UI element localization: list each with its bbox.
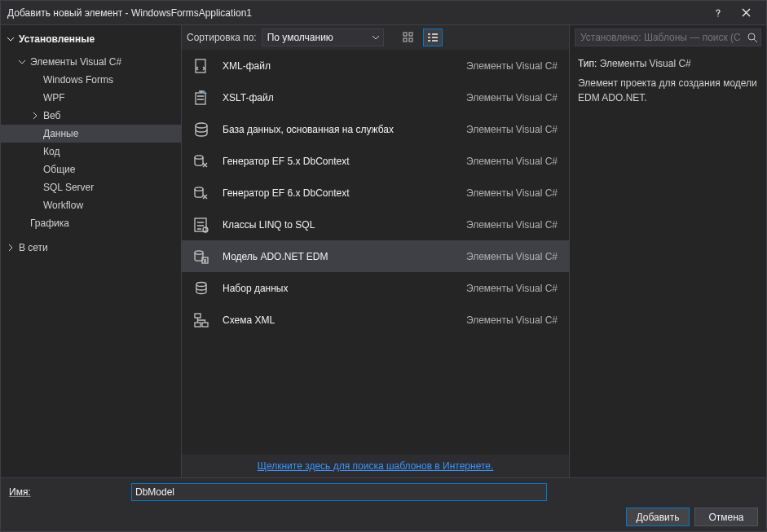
tree-online[interactable]: В сети <box>1 239 181 257</box>
list-icon <box>427 32 439 43</box>
db-icon <box>190 118 213 141</box>
search-icon <box>747 33 758 46</box>
template-row[interactable]: Модель ADO.NET EDMЭлементы Visual C# <box>182 240 569 272</box>
window-title: Добавить новый элемент - WindowsFormsApp… <box>7 7 704 19</box>
desc-text: Элемент проекта для создания модели EDM … <box>578 76 758 105</box>
tree-label: Windows Forms <box>43 74 113 86</box>
template-row[interactable]: Генератор EF 5.x DbContextЭлементы Visua… <box>182 145 569 177</box>
svg-point-14 <box>195 187 203 190</box>
tree-visual-csharp[interactable]: Элементы Visual C# <box>1 53 181 71</box>
chevron-right-icon <box>6 243 15 253</box>
tree-graphics[interactable]: Графика <box>1 214 181 232</box>
tree-label: Графика <box>30 218 69 229</box>
svg-point-23 <box>748 33 755 40</box>
chevron-down-icon <box>17 57 27 67</box>
xslt-icon <box>190 86 213 109</box>
svg-rect-9 <box>432 40 438 42</box>
svg-rect-4 <box>428 33 430 35</box>
category-tree: Установленные Элементы Visual C# Windows… <box>1 25 182 477</box>
online-search-link-row: Щелкните здесь для поиска шаблонов в Инт… <box>182 455 569 477</box>
template-name: Генератор EF 6.x DbContext <box>223 187 466 199</box>
template-category: Элементы Visual C# <box>466 314 558 326</box>
description-panel: Тип: Элементы Visual C# Элемент проекта … <box>570 50 766 112</box>
tree-label: Элементы Visual C# <box>30 56 121 68</box>
sort-value: По умолчанию <box>267 32 333 43</box>
tree-sqlserver[interactable]: SQL Server <box>1 178 181 196</box>
template-name: XSLT-файл <box>223 92 466 103</box>
linq-icon <box>190 213 213 236</box>
svg-rect-0 <box>403 33 407 36</box>
svg-rect-3 <box>409 38 412 42</box>
desc-type-label: Тип: <box>578 58 597 69</box>
titlebar: Добавить новый элемент - WindowsFormsApp… <box>1 1 766 25</box>
dataset-icon <box>190 277 213 300</box>
svg-rect-2 <box>403 38 407 42</box>
template-list: XML-файлЭлементы Visual C#XSLT-файлЭлеме… <box>182 50 569 455</box>
name-input[interactable] <box>131 483 547 501</box>
template-row[interactable]: Генератор EF 6.x DbContextЭлементы Visua… <box>182 177 569 209</box>
desc-type-value: Элементы Visual C# <box>600 58 691 69</box>
template-row[interactable]: Схема XMLЭлементы Visual C# <box>182 304 569 336</box>
template-category: Элементы Visual C# <box>466 251 558 262</box>
template-name: База данных, основанная на службах <box>223 124 466 135</box>
tree-label: WPF <box>43 92 65 103</box>
add-button[interactable]: Добавить <box>626 508 690 526</box>
template-name: Набор данных <box>223 283 466 294</box>
name-label: Имя: <box>9 486 123 498</box>
svg-point-13 <box>195 155 203 158</box>
close-button[interactable] <box>732 2 760 24</box>
chevron-down-icon <box>372 33 380 44</box>
template-name: Классы LINQ to SQL <box>223 219 466 231</box>
svg-rect-8 <box>428 40 430 42</box>
template-name: Генератор EF 5.x DbContext <box>223 156 466 167</box>
view-small-list[interactable] <box>423 29 443 46</box>
svg-rect-1 <box>409 33 412 36</box>
svg-rect-20 <box>195 314 201 318</box>
tree-workflow[interactable]: Workflow <box>1 196 181 214</box>
edm-icon <box>190 245 213 268</box>
help-button[interactable] <box>704 2 732 24</box>
xsd-icon <box>190 309 213 332</box>
tree-windows-forms[interactable]: Windows Forms <box>1 71 181 89</box>
template-row[interactable]: Классы LINQ to SQLЭлементы Visual C# <box>182 209 569 240</box>
xml-icon <box>190 55 213 77</box>
tree-installed[interactable]: Установленные <box>1 30 181 48</box>
tree-label: SQL Server <box>43 182 94 193</box>
tree-label: Код <box>43 146 60 157</box>
cancel-button[interactable]: Отмена <box>694 508 758 526</box>
ef-icon <box>190 150 213 173</box>
online-search-link[interactable]: Щелкните здесь для поиска шаблонов в Инт… <box>258 460 494 472</box>
tree-label: В сети <box>19 242 48 253</box>
template-row[interactable]: Набор данныхЭлементы Visual C# <box>182 272 569 304</box>
template-row[interactable]: XSLT-файлЭлементы Visual C# <box>182 81 569 113</box>
template-name: Схема XML <box>223 314 466 326</box>
svg-rect-7 <box>432 37 438 38</box>
template-row[interactable]: XML-файлЭлементы Visual C# <box>182 50 569 81</box>
tree-label: Workflow <box>43 200 83 211</box>
tree-general[interactable]: Общие <box>1 160 181 178</box>
svg-point-19 <box>196 282 206 286</box>
svg-rect-21 <box>202 323 208 327</box>
template-name: Модель ADO.NET EDM <box>223 251 466 262</box>
svg-rect-22 <box>195 323 201 327</box>
sort-dropdown[interactable]: По умолчанию <box>262 29 384 46</box>
search-input[interactable] <box>575 29 761 46</box>
template-row[interactable]: База данных, основанная на службахЭлемен… <box>182 113 569 145</box>
tree-web[interactable]: Веб <box>1 107 181 125</box>
chevron-down-icon <box>6 34 15 44</box>
template-category: Элементы Visual C# <box>466 124 558 135</box>
template-category: Элементы Visual C# <box>466 60 558 72</box>
tree-wpf[interactable]: WPF <box>1 89 181 107</box>
grid-icon <box>403 32 414 43</box>
svg-rect-10 <box>196 59 205 73</box>
template-name: XML-файл <box>223 60 466 72</box>
view-medium-icons[interactable] <box>399 29 418 46</box>
tree-label: Общие <box>43 164 75 175</box>
svg-point-12 <box>196 123 207 128</box>
svg-rect-6 <box>428 37 430 38</box>
tree-code[interactable]: Код <box>1 143 181 160</box>
chevron-right-icon <box>30 111 40 121</box>
template-category: Элементы Visual C# <box>466 219 558 231</box>
tree-data[interactable]: Данные <box>1 125 181 143</box>
template-category: Элементы Visual C# <box>466 92 558 103</box>
